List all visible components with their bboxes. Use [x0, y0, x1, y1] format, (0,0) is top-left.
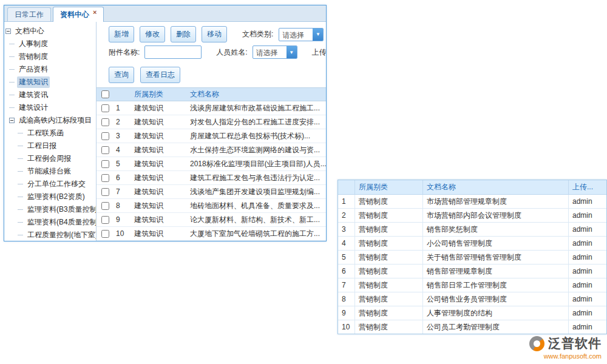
- row-uploader: admin: [569, 278, 606, 292]
- chevron-down-icon[interactable]: ▼: [287, 46, 297, 58]
- table-row[interactable]: 4 营销制度 小公司销售管理制度 admin: [338, 237, 606, 251]
- row-checkbox[interactable]: [101, 202, 109, 210]
- tree-item[interactable]: 产品资料: [4, 63, 96, 76]
- row-doc-name: 公司销售业务员管理制度: [423, 292, 569, 306]
- tab-close-icon[interactable]: ×: [93, 9, 97, 16]
- tree-item-label: 人事制度: [17, 38, 50, 50]
- select-all-checkbox[interactable]: [101, 90, 109, 98]
- row-category: 营销制度: [355, 278, 423, 292]
- add-button[interactable]: 新增: [109, 26, 134, 42]
- row-number: 9: [338, 306, 355, 320]
- table-row[interactable]: 1 建筑知识 浅谈房屋建筑和市政基础设施工程施工...: [97, 101, 326, 115]
- row-category: 建筑知识: [132, 117, 188, 127]
- table-row[interactable]: 7 建筑知识 浅谈地产集团开发建设项目监理规划编...: [97, 185, 326, 199]
- table-row[interactable]: 10 建筑知识 大厦地下室加气砼墙砌筑工程的施工方...: [97, 227, 326, 241]
- table-row[interactable]: 9 建筑知识 论大厦新材料、新结构、新技术、新工...: [97, 213, 326, 227]
- row-number: 7: [114, 187, 132, 196]
- tree-item[interactable]: 节能减排台账: [4, 165, 96, 178]
- tree-item[interactable]: 成渝高铁内江标段项目: [4, 114, 96, 127]
- collapse-icon[interactable]: [5, 29, 11, 34]
- move-button[interactable]: 移动: [202, 26, 227, 42]
- modify-button[interactable]: 修改: [140, 26, 165, 42]
- document-table: 所属别类 文档名称 1 建筑知识 浅谈房屋建筑和市政基础设施工程施工...: [97, 87, 326, 241]
- row-number: 2: [114, 118, 132, 126]
- chevron-down-icon[interactable]: ▼: [313, 29, 323, 41]
- table-row[interactable]: 7 营销制度 销售部日常工作管理制度 admin: [338, 278, 606, 292]
- tree-item[interactable]: 监理资料(B3质量控制): [4, 203, 96, 216]
- row-category: 营销制度: [355, 251, 423, 264]
- person-name-select[interactable]: 请选择 ▼: [253, 46, 297, 59]
- tree-item[interactable]: 监理资料(B2资质): [4, 190, 96, 203]
- row-category: 营销制度: [355, 237, 423, 250]
- query-button[interactable]: 查询: [109, 67, 134, 83]
- table-row[interactable]: 8 建筑知识 地砖地面材料、机具准备、质量要求及...: [97, 199, 326, 213]
- row-number: 2: [338, 209, 355, 222]
- tab-daily-work[interactable]: 日常工作: [7, 7, 51, 21]
- table-row[interactable]: 10 营销制度 公司员工考勤管理制度 admin: [338, 320, 606, 334]
- row-number: 10: [338, 320, 355, 334]
- column-category: 所属别类: [355, 180, 423, 194]
- tree-item[interactable]: 工程质量控制(地下室): [4, 229, 96, 241]
- tree-item[interactable]: 人事制度: [4, 38, 96, 50]
- tree-item[interactable]: 工程例会周报: [4, 152, 96, 165]
- collapse-icon[interactable]: [9, 118, 15, 123]
- tree-item-label: 监理资料(B4质量控制): [25, 217, 96, 228]
- table-row[interactable]: 1 营销制度 市场营销部管理规章制度 admin: [338, 195, 606, 209]
- row-category: 营销制度: [355, 195, 423, 208]
- tree-item[interactable]: 工程日报: [4, 140, 96, 152]
- tree-item-label: 监理资料(B2资质): [25, 191, 87, 203]
- tab-label: 日常工作: [15, 10, 44, 20]
- row-checkbox[interactable]: [101, 118, 109, 126]
- document-table-header: 所属别类 文档名称: [97, 87, 326, 101]
- view-log-button[interactable]: 查看日志: [140, 67, 180, 83]
- table-row[interactable]: 6 建筑知识 建筑工程施工发包与承包违法行为认定...: [97, 171, 326, 185]
- row-category: 建筑知识: [132, 173, 188, 183]
- row-category: 营销制度: [355, 223, 423, 236]
- table-row[interactable]: 9 营销制度 人事管理制度的结构 admin: [338, 306, 606, 320]
- doc-category-select[interactable]: 请选择 ▼: [279, 28, 324, 41]
- row-checkbox[interactable]: [101, 104, 109, 112]
- attachment-name-input[interactable]: [144, 46, 202, 59]
- table-row[interactable]: 8 营销制度 公司销售业务员管理制度 admin: [338, 292, 606, 306]
- row-number: 1: [338, 195, 355, 208]
- row-checkbox[interactable]: [101, 174, 109, 182]
- row-checkbox[interactable]: [101, 188, 109, 196]
- tree-item[interactable]: 建筑设计: [4, 101, 96, 114]
- table-row[interactable]: 4 建筑知识 水土保持生态环境监测网络的建设与资...: [97, 143, 326, 157]
- row-checkbox[interactable]: [101, 146, 109, 154]
- row-uploader: admin: [569, 251, 606, 264]
- table-row[interactable]: 6 营销制度 销售部管理规章制度 admin: [338, 265, 606, 278]
- tree-item[interactable]: 建筑资讯: [4, 89, 96, 101]
- row-uploader: admin: [569, 209, 606, 222]
- row-checkbox[interactable]: [101, 160, 109, 168]
- tab-data-center[interactable]: 资料中心 ×: [53, 7, 104, 22]
- table-row[interactable]: 2 营销制度 市场营销部内部会议管理制度 admin: [338, 209, 606, 223]
- tree-item-label: 产品资料: [17, 64, 50, 75]
- table-row[interactable]: 3 建筑知识 房屋建筑工程总承包投标书(技术标)...: [97, 129, 326, 143]
- tree-item[interactable]: 建筑知识: [4, 76, 96, 89]
- toolbar-search: 查询 查看日志: [97, 62, 326, 87]
- upload-date-label: 上传日期:: [312, 47, 327, 58]
- row-uploader: admin: [569, 306, 606, 320]
- table-row[interactable]: 5 建筑知识 2018标准化监理项目部(业主项目部)人员...: [97, 157, 326, 171]
- row-checkbox[interactable]: [101, 230, 109, 238]
- tree-item[interactable]: 文档中心: [4, 25, 96, 38]
- preview-table-header: 所属别类 文档名称 上传...: [338, 180, 606, 195]
- table-row[interactable]: 3 营销制度 销售部奖惩制度 admin: [338, 223, 606, 237]
- toolbar-actions: 新增 修改 删除 移动 文档类别: 请选择 ▼ 文档名称:: [97, 22, 326, 46]
- row-doc-name: 市场营销部内部会议管理制度: [423, 209, 569, 222]
- row-doc-name: 水土保持生态环境监测网络的建设与资...: [188, 145, 326, 155]
- tree-item[interactable]: 监理资料(B4质量控制): [4, 216, 96, 229]
- fanpu-logo-icon: [529, 336, 544, 351]
- tree-item[interactable]: 工程联系函: [4, 127, 96, 140]
- row-checkbox[interactable]: [101, 132, 109, 140]
- tree-item-label: 工程质量控制(地下室): [25, 229, 96, 241]
- delete-button[interactable]: 删除: [171, 26, 196, 42]
- row-checkbox[interactable]: [101, 216, 109, 224]
- row-number: 3: [338, 223, 355, 236]
- tree-item[interactable]: 分工单位工作移交: [4, 178, 96, 190]
- table-row[interactable]: 5 营销制度 关于销售部管理销售管理制度 admin: [338, 251, 606, 265]
- row-uploader: admin: [569, 223, 606, 236]
- tree-item[interactable]: 营销制度: [4, 50, 96, 63]
- table-row[interactable]: 2 建筑知识 对发包人指定分包的工程施工进度安排...: [97, 115, 326, 129]
